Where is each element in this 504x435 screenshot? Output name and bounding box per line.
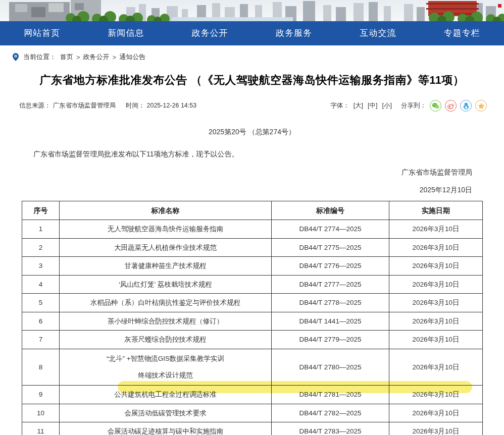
cell-实施日期: 2026年3月10日 [389,349,483,386]
table-row: 8“北斗” +智慧物流GIS数据采集教学实训 终端技术设计规范DB44/T 27… [22,349,483,386]
header-date: 实施日期 [389,201,483,220]
wechat-share-icon[interactable] [430,100,441,112]
table-row: 2大田蔬菜无人机植保作业技术规范DB44/T 2775—20252026年3月1… [22,238,483,257]
breadcrumb-notices[interactable]: 通知公告 [119,52,145,62]
source-value: 广东省市场监督管理局 [53,102,116,109]
cell-序号: 5 [22,294,60,312]
cell-标准编号: DB44/T 2783—2025 [272,422,389,435]
cell-标准名称: 无人驾驶航空器海岛快件运输服务指南 [60,220,272,239]
cell-标准编号: DB44/T 2774—2025 [272,220,389,239]
weibo-share-icon[interactable] [445,100,457,112]
breadcrumb-home[interactable]: 首页 [60,52,73,62]
cell-实施日期: 2026年3月10日 [389,257,483,276]
font-size-small-button[interactable]: [小] [382,101,392,110]
nav-item-home[interactable]: 网站首页 [15,21,69,45]
cell-标准编号: DB44/T 2777—2025 [272,275,389,294]
cell-序号: 7 [22,331,60,349]
cell-标准名称: 大田蔬菜无人机植保作业技术规范 [60,238,272,257]
nav-item-topics[interactable]: 专题专栏 [435,21,489,45]
table-row: 6茶小绿叶蝉综合防控技术规程（修订）DB44/T 1441—20252026年3… [22,312,483,331]
cell-序号: 4 [22,275,60,294]
cell-标准编号: DB44/T 2778—2025 [272,294,389,312]
table-row: 1无人驾驶航空器海岛快件运输服务指南DB44/T 2774—20252026年3… [22,220,483,239]
cell-实施日期: 2026年3月10日 [389,422,483,435]
font-size-medium-button[interactable]: [中] [368,101,377,110]
cell-标准编号: DB44/T 2775—2025 [272,238,389,257]
cell-标准编号: DB44/T 2780—2025 [272,349,389,386]
nav-item-interact[interactable]: 互动交流 [350,21,405,45]
signature-date: 2025年12月10日 [0,186,472,195]
cell-实施日期: 2026年3月10日 [389,220,483,239]
document-number: 2025第20号 （总第274号） [0,128,504,137]
cell-标准编号: DB44/T 2776—2025 [272,257,389,276]
table-row: 5水稻品种（系）白叶枯病抗性鉴定与评价技术规程DB44/T 2778—20252… [22,294,483,312]
cell-标准名称: “北斗” +智慧物流GIS数据采集教学实训 终端技术设计规范 [60,349,272,386]
time-value: 2025-12-26 14:53 [146,102,196,109]
breadcrumb-gov-open[interactable]: 政务公开 [83,52,110,62]
standards-table-wrap: 序号 标准名称 标准编号 实施日期 1无人驾驶航空器海岛快件运输服务指南DB44… [22,201,482,435]
cell-标准编号: DB44/T 2781—2025 [272,386,389,404]
table-row: 9公共建筑机电工程全过程调适标准DB44/T 2781—20252026年3月1… [22,386,483,404]
standards-table: 序号 标准名称 标准编号 实施日期 1无人驾驶航空器海岛快件运输服务指南DB44… [22,201,483,435]
cell-标准名称: 灰茶尺蠖综合防控技术规程 [60,331,272,349]
main-nav: 网站首页 新闻信息 政务公开 政务服务 互动交流 专题专栏 [0,21,504,45]
breadcrumb-label: 当前位置： [23,52,56,62]
table-row: 10会展活动低碳管理技术要求DB44/T 2782—20252026年3月10日 [22,404,483,422]
cell-标准名称: 水稻品种（系）白叶枯病抗性鉴定与评价技术规程 [60,294,272,312]
cell-序号: 3 [22,257,60,276]
cell-标准名称: 会展活动低碳管理技术要求 [60,404,272,422]
font-share-controls: 字体： [大] [中] [小] 分享到： [330,100,487,112]
cell-标准名称: 甘薯健康种苗生产技术规程 [60,257,272,276]
qq-share-icon[interactable] [460,100,472,112]
cell-实施日期: 2026年3月10日 [389,312,483,331]
table-row: 4‘凤山红灯笼’ 荔枝栽培技术规程DB44/T 2777—20252026年3月… [22,275,483,294]
cell-标准名称: 茶小绿叶蝉综合防控技术规程（修订） [60,312,272,331]
announcement-paragraph: 广东省市场监督管理局批准发布以下11项地方标准，现予以公告。 [22,150,482,159]
header-banner-image [0,0,504,21]
source-label: 信息来源： [19,102,51,109]
breadcrumb-separator: > [113,53,117,61]
page-title: 广东省地方标准批准发布公告 （《无人驾驶航空器海岛快件运输服务指南》等11项） [0,73,504,88]
breadcrumb-separator: > [76,53,80,61]
header-no: 序号 [22,201,60,220]
breadcrumb: 当前位置： 首页 > 政务公开 > 通知公告 [0,45,504,62]
cell-序号: 10 [22,404,60,422]
header-code: 标准编号 [272,201,389,220]
table-header-row: 序号 标准名称 标准编号 实施日期 [22,201,483,220]
table-row: 11会展活动碳足迹核算与碳中和实施指南DB44/T 2783—20252026年… [22,422,483,435]
signature-organization: 广东省市场监督管理局 [0,168,472,177]
cell-序号: 9 [22,386,60,404]
cell-实施日期: 2026年3月10日 [389,275,483,294]
header-name: 标准名称 [60,201,272,220]
qzone-share-icon[interactable] [475,100,487,112]
time-label: 时间： [126,102,145,109]
cell-序号: 11 [22,422,60,435]
nav-item-gov-service[interactable]: 政务服务 [267,21,321,45]
cell-标准名称: 公共建筑机电工程全过程调适标准 [60,386,272,404]
cell-实施日期: 2026年3月10日 [389,386,483,404]
article-meta: 信息来源：广东省市场监督管理局 时间：2025-12-26 14:53 字体： … [0,100,504,112]
article-source-time: 信息来源：广东省市场监督管理局 时间：2025-12-26 14:53 [19,101,198,110]
location-pin-icon [11,52,20,62]
cell-标准编号: DB44/T 2782—2025 [272,404,389,422]
cell-实施日期: 2026年3月10日 [389,294,483,312]
cell-序号: 6 [22,312,60,331]
cell-实施日期: 2026年3月10日 [389,331,483,349]
cell-序号: 8 [22,349,60,386]
cell-实施日期: 2026年3月10日 [389,238,483,257]
font-size-large-button[interactable]: [大] [354,101,363,110]
cell-标准名称: ‘凤山红灯笼’ 荔枝栽培技术规程 [60,275,272,294]
table-row: 3甘薯健康种苗生产技术规程DB44/T 2776—20252026年3月10日 [22,257,483,276]
share-label: 分享到： [401,101,426,110]
table-row: 7灰茶尺蠖综合防控技术规程DB44/T 2779—20252026年3月10日 [22,331,483,349]
cell-序号: 1 [22,220,60,239]
cell-标准编号: DB44/T 1441—2025 [272,312,389,331]
cell-序号: 2 [22,238,60,257]
nav-item-news[interactable]: 新闻信息 [98,21,153,45]
cell-标准编号: DB44/T 2779—2025 [272,331,389,349]
cell-标准名称: 会展活动碳足迹核算与碳中和实施指南 [60,422,272,435]
cell-实施日期: 2026年3月10日 [389,404,483,422]
nav-item-gov-open[interactable]: 政务公开 [183,21,237,45]
font-size-label: 字体： [330,101,349,110]
